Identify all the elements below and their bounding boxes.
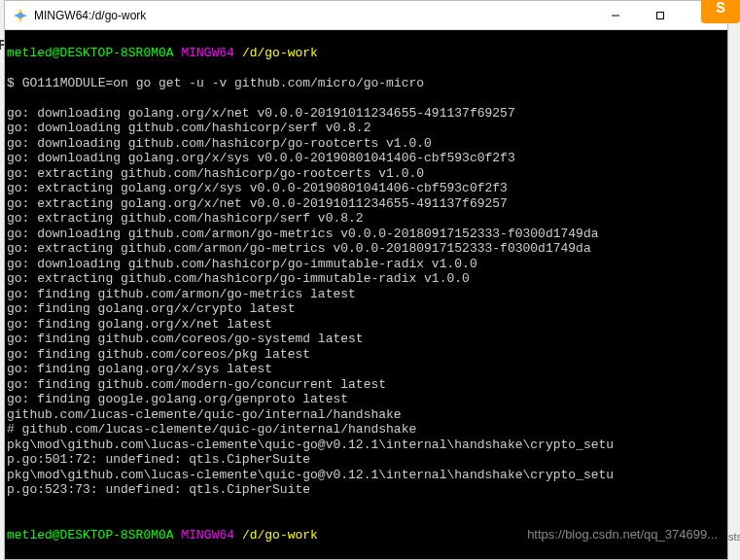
terminal-window: MINGW64:/d/go-work metled@DESKTOP-8SR0M0…	[4, 0, 728, 560]
output-line: go: downloading github.com/hashicorp/go-…	[7, 257, 725, 272]
output-line: go: finding golang.org/x/net latest	[7, 317, 725, 332]
output-line: go: finding google.golang.org/genproto l…	[7, 392, 725, 407]
output-line: go: extracting github.com/hashicorp/go-i…	[7, 271, 725, 287]
output-line: go: finding github.com/armon/go-metrics …	[7, 287, 725, 302]
ime-badge-label: S	[716, 0, 725, 18]
svg-rect-3	[657, 12, 664, 18]
output-line: go: extracting golang.org/x/sys v0.0.0-2…	[7, 181, 725, 196]
output-line: p.go:501:72: undefined: qtls.CipherSuite	[7, 452, 725, 468]
terminal-body[interactable]: metled@DESKTOP-8SR0M0A MINGW64 /d/go-wor…	[5, 30, 727, 559]
prompt-path: /d/go-work	[242, 46, 318, 60]
output-line: pkg\mod\github.com\lucas-clemente\quic-g…	[7, 468, 725, 483]
output-line: go: finding github.com/modern-go/concurr…	[7, 377, 725, 393]
output-line: go: extracting github.com/armon/go-metri…	[7, 241, 725, 257]
output-line: go: finding github.com/coreos/pkg latest	[7, 347, 725, 363]
output-line: go: downloading golang.org/x/net v0.0.0-…	[7, 106, 725, 122]
command-text: GO111MODULE=on go get -u -v github.com/m…	[22, 76, 424, 90]
output-line: go: finding golang.org/x/sys latest	[7, 362, 725, 377]
output-line: go: extracting github.com/hashicorp/serf…	[7, 211, 725, 227]
watermark-text: https://blog.csdn.net/qq_374699...	[527, 527, 718, 542]
output-line: go: downloading github.com/armon/go-metr…	[7, 227, 725, 242]
output-line: go: finding github.com/coreos/go-systemd…	[7, 332, 725, 347]
output-line: github.com/lucas-clemente/quic-go/intern…	[7, 407, 725, 423]
titlebar[interactable]: MINGW64:/d/go-work	[5, 1, 727, 30]
prompt2-path: /d/go-work	[242, 528, 318, 542]
output-line: p.go:523:73: undefined: qtls.CipherSuite	[7, 482, 725, 498]
window-title: MINGW64:/d/go-work	[34, 9, 593, 22]
output-line: go: downloading golang.org/x/sys v0.0.0-…	[7, 151, 725, 166]
output-line: go: finding golang.org/x/crypto latest	[7, 301, 725, 317]
prompt2-user-host: metled@DESKTOP-8SR0M0A	[7, 528, 174, 542]
prompt-env: MINGW64	[181, 46, 234, 60]
output-line: pkg\mod\github.com\lucas-clemente\quic-g…	[7, 438, 725, 453]
output-line: go: extracting golang.org/x/net v0.0.0-2…	[7, 196, 725, 212]
maximize-button[interactable]	[638, 1, 683, 29]
output-line: go: downloading github.com/hashicorp/ser…	[7, 121, 725, 136]
prompt-symbol: $	[7, 76, 15, 90]
output-line: # github.com/lucas-clemente/quic-go/inte…	[7, 422, 725, 438]
app-icon	[13, 8, 28, 23]
output-line: go: extracting github.com/hashicorp/go-r…	[7, 166, 725, 182]
prompt-user-host: metled@DESKTOP-8SR0M0A	[7, 46, 174, 60]
prompt2-env: MINGW64	[181, 528, 234, 542]
terminal-output: go: downloading golang.org/x/net v0.0.0-…	[7, 106, 725, 513]
output-line	[7, 498, 725, 513]
ime-badge-icon[interactable]: S	[701, 0, 740, 23]
svg-marker-1	[14, 13, 27, 18]
prompt2-symbol: $	[7, 558, 15, 560]
output-line: go: downloading github.com/hashicorp/go-…	[7, 136, 725, 152]
minimize-button[interactable]	[593, 1, 638, 29]
